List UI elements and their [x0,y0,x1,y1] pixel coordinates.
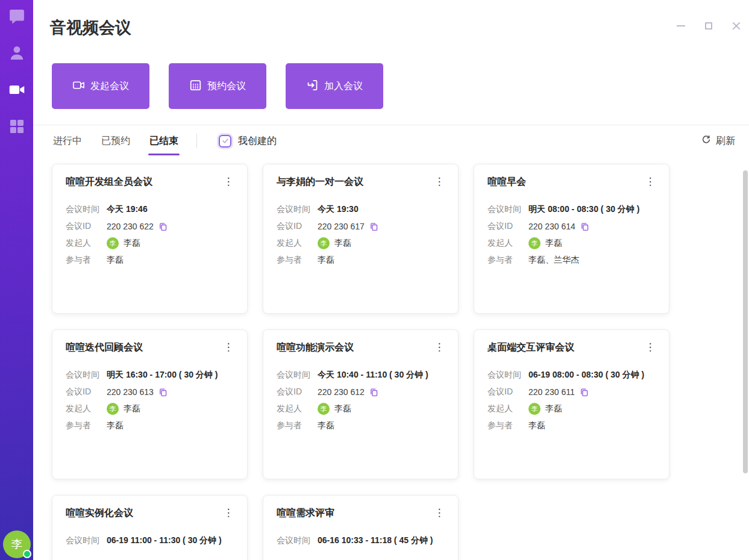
host-name: 李磊 [124,238,140,249]
host-name: 李磊 [545,403,562,414]
user-avatar-text: 李 [11,537,23,552]
meta-label-time: 会议时间 [277,204,318,215]
host-name: 李磊 [545,238,562,249]
sidebar-item-apps[interactable] [8,119,26,137]
close-button[interactable] [729,18,744,34]
maximize-button[interactable] [701,18,716,34]
meeting-title: 喧喧需求评审 [277,507,334,520]
page-title: 音视频会议 [50,17,749,39]
meta-label-participants: 参与者 [487,420,528,431]
meeting-title: 喧喧开发组全员会议 [66,176,152,188]
copy-icon[interactable] [158,222,168,231]
participants: 李磊 [318,420,334,431]
meta-label-host: 发起人 [66,403,107,414]
more-vertical-icon[interactable] [645,176,656,188]
meeting-title: 喧喧实例化会议 [66,507,133,520]
main-panel: 音视频会议 发起会议 预约会议 加入会议 进行中 已预约 已结束 [33,17,749,560]
meeting-time: 今天 19:46 [107,204,148,215]
apps-icon [8,118,25,137]
more-vertical-icon[interactable] [223,176,234,188]
copy-icon[interactable] [158,388,168,397]
host-avatar: 李 [528,237,541,249]
sidebar: 李 [0,0,33,560]
meeting-card: 喧喧开发组全员会议 会议时间今天 19:46 会议ID220 230 622 发… [52,164,248,314]
meeting-time: 06-16 10:33 - 11:18 ( 45 分钟 ) [318,535,433,546]
meta-label-time: 会议时间 [66,204,107,215]
copy-icon[interactable] [369,388,378,397]
host-avatar: 李 [528,403,541,415]
meta-label-participants: 参与者 [66,255,107,266]
meeting-card: 桌面端交互评审会议 会议时间06-19 08:00 - 08:30 ( 30 分… [474,329,669,479]
meta-label-host: 发起人 [277,403,318,414]
tab-ended[interactable]: 已结束 [148,125,180,157]
camera-icon [72,79,85,94]
checkbox-box [219,135,231,148]
meeting-id: 220 230 617 [318,222,365,231]
participants: 李磊 [107,420,124,431]
sidebar-item-chat[interactable] [8,8,26,26]
meeting-id: 220 230 612 [318,387,365,397]
minimize-button[interactable] [673,18,689,34]
meeting-id: 220 230 614 [528,222,575,231]
more-vertical-icon[interactable] [645,341,656,353]
meeting-id: 220 230 622 [107,222,154,231]
join-meeting-button[interactable]: 加入会议 [286,63,383,109]
more-vertical-icon[interactable] [434,176,445,188]
created-by-me-label: 我创建的 [238,135,277,148]
meeting-time: 明天 08:00 - 08:30 ( 30 分钟 ) [528,204,639,215]
user-avatar[interactable]: 李 [3,530,31,558]
sidebar-item-contacts[interactable] [8,45,26,63]
copy-icon[interactable] [580,388,589,397]
host-name: 李磊 [334,403,351,414]
tab-scheduled[interactable]: 已预约 [100,125,131,157]
copy-icon[interactable] [580,222,589,231]
schedule-meeting-button[interactable]: 预约会议 [169,63,266,109]
host-avatar: 李 [318,403,330,415]
meta-label-id: 会议ID [487,221,528,232]
online-status-dot [23,550,31,558]
refresh-label: 刷新 [716,135,735,148]
created-by-me-checkbox[interactable]: 我创建的 [219,135,277,148]
meeting-time: 今天 10:40 - 11:10 ( 30 分钟 ) [318,370,428,381]
contacts-icon [8,45,25,64]
meeting-title: 喧喧迭代回顾会议 [66,341,143,354]
more-vertical-icon[interactable] [223,341,234,353]
meta-label-time: 会议时间 [487,204,528,215]
start-meeting-label: 发起会议 [90,80,129,93]
meta-label-time: 会议时间 [66,535,107,546]
participants: 李磊 [318,255,334,266]
meeting-id: 220 230 613 [107,387,154,397]
participants: 李磊、兰华杰 [528,255,579,266]
sidebar-item-meetings[interactable] [8,82,26,100]
meta-label-participants: 参与者 [277,420,318,431]
scrollbar-thumb[interactable] [743,170,748,473]
more-vertical-icon[interactable] [223,507,234,519]
meta-label-time: 会议时间 [277,370,318,381]
host-avatar: 李 [107,403,119,415]
start-meeting-button[interactable]: 发起会议 [52,63,149,109]
meta-label-host: 发起人 [487,238,528,249]
meeting-card: 喧喧功能演示会议 会议时间今天 10:40 - 11:10 ( 30 分钟 ) … [263,329,459,479]
tab-in-progress[interactable]: 进行中 [52,125,83,157]
meeting-title: 桌面端交互评审会议 [487,341,574,354]
action-buttons: 发起会议 预约会议 加入会议 [52,63,749,109]
meeting-time: 06-19 11:00 - 11:30 ( 30 分钟 ) [107,535,222,546]
meeting-card: 喧喧实例化会议 会议时间06-19 11:00 - 11:30 ( 30 分钟 … [52,495,248,560]
meta-label-id: 会议ID [487,387,528,397]
more-vertical-icon[interactable] [434,507,445,519]
minimize-icon [677,25,685,26]
host-name: 李磊 [334,238,351,249]
more-vertical-icon[interactable] [434,341,445,353]
meta-label-id: 会议ID [277,387,318,397]
participants: 李磊 [528,420,545,431]
meta-label-host: 发起人 [487,403,528,414]
meeting-card: 喧喧早会 会议时间明天 08:00 - 08:30 ( 30 分钟 ) 会议ID… [474,164,669,314]
copy-icon[interactable] [369,222,378,231]
meeting-time: 06-19 08:00 - 08:30 ( 30 分钟 ) [528,370,644,381]
refresh-button[interactable]: 刷新 [701,135,735,148]
divider [196,134,197,148]
meeting-title: 喧喧功能演示会议 [277,341,354,354]
meta-label-time: 会议时间 [277,535,318,546]
meeting-time: 今天 19:30 [318,204,359,215]
meta-label-host: 发起人 [66,238,107,249]
